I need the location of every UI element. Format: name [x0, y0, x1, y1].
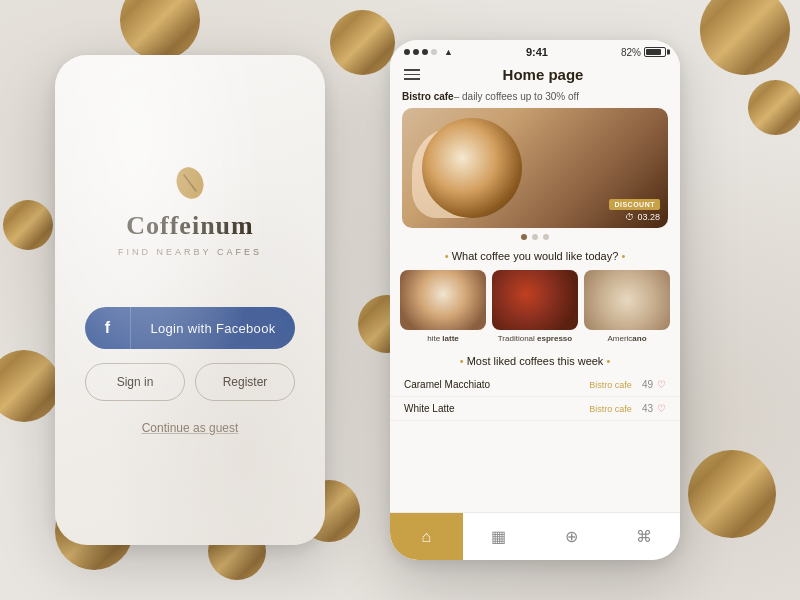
decorative-circle: [330, 10, 395, 75]
search-icon: ⊕: [565, 527, 578, 546]
hamburger-line: [404, 69, 420, 71]
liked-item-1[interactable]: Caramel Macchiato Bistro cafe 49 ♡: [390, 373, 680, 397]
bottom-navigation: ⌂ ▦ ⊕ ⌘: [390, 512, 680, 560]
battery-percent: 82%: [621, 47, 641, 58]
coffee-bean-logo: [172, 165, 208, 201]
clock-icon: ⏱: [625, 212, 634, 222]
promo-description: – daily coffees up to 30% off: [454, 91, 579, 102]
tag-icon: ⌘: [636, 527, 652, 546]
decorative-circle: [0, 350, 60, 422]
page-title: Home page: [420, 66, 666, 83]
home-icon: ⌂: [421, 528, 431, 546]
liked-name-2: White Latte: [404, 403, 589, 414]
carousel-dot[interactable]: [543, 234, 549, 240]
signal-indicators: ▲: [404, 47, 453, 57]
battery-bar: [644, 47, 666, 57]
signal-dot: [431, 49, 437, 55]
time-value: 03.28: [637, 212, 660, 222]
signal-dot: [404, 49, 410, 55]
heart-icon-2: ♡: [657, 403, 666, 414]
decorative-circle: [688, 450, 776, 538]
coffee-item-americano[interactable]: Americano: [584, 270, 670, 343]
nav-search-button[interactable]: ⊕: [535, 513, 608, 560]
carousel-dot-active[interactable]: [521, 234, 527, 240]
liked-name-1: Caramel Macchiato: [404, 379, 589, 390]
facebook-icon-area: f: [85, 307, 131, 349]
coffee-type-grid: hite latte Traditional espresso American…: [390, 270, 680, 349]
heart-icon-1: ♡: [657, 379, 666, 390]
facebook-icon: f: [105, 319, 110, 337]
app-title: Coffeinum: [126, 211, 253, 241]
discount-badge: DISCOUNT: [609, 199, 660, 210]
battery-area: 82%: [621, 47, 666, 58]
nav-gallery-button[interactable]: ▦: [463, 513, 536, 560]
login-content: Coffeinum FIND NEARBY CAFES f Login with…: [55, 145, 325, 455]
decorative-circle: [120, 0, 200, 60]
guest-link[interactable]: Continue as guest: [142, 421, 239, 435]
most-liked-section-title: Most liked coffees this week: [390, 349, 680, 373]
coffee-label-espresso: Traditional espresso: [498, 334, 572, 343]
coffee-item-espresso[interactable]: Traditional espresso: [492, 270, 578, 343]
carousel-dots: [390, 228, 680, 244]
register-button[interactable]: Register: [195, 363, 295, 401]
liked-count-1: 49: [642, 379, 653, 390]
nav-header: Home page: [390, 62, 680, 91]
login-screen: Coffeinum FIND NEARBY CAFES f Login with…: [55, 55, 325, 545]
carousel-dot[interactable]: [532, 234, 538, 240]
battery-fill: [646, 49, 661, 55]
signal-dot: [413, 49, 419, 55]
home-screen: ▲ 9:41 82% Home page Bistro cafe– daily …: [390, 40, 680, 560]
promo-cafe-name: Bistro cafe: [402, 91, 454, 102]
sign-in-button[interactable]: Sign in: [85, 363, 185, 401]
signal-dot: [422, 49, 428, 55]
wifi-icon: ▲: [444, 47, 453, 57]
status-bar: ▲ 9:41 82%: [390, 40, 680, 62]
status-time: 9:41: [526, 46, 548, 58]
nav-home-button[interactable]: ⌂: [390, 513, 463, 560]
promo-banner: Bistro cafe– daily coffees up to 30% off: [390, 91, 680, 108]
nav-tags-button[interactable]: ⌘: [608, 513, 681, 560]
liked-cafe-2: Bistro cafe: [589, 404, 632, 414]
auth-buttons-row: Sign in Register: [85, 363, 295, 401]
hero-image[interactable]: DISCOUNT ⏱ 03.28: [402, 108, 668, 228]
liked-item-2[interactable]: White Latte Bistro cafe 43 ♡: [390, 397, 680, 421]
hamburger-line: [404, 78, 420, 80]
gallery-icon: ▦: [491, 527, 506, 546]
time-badge: ⏱ 03.28: [625, 212, 660, 222]
facebook-login-button[interactable]: f Login with Facebook: [85, 307, 295, 349]
coffee-label-americano: Americano: [607, 334, 646, 343]
coffee-item-latte[interactable]: hite latte: [400, 270, 486, 343]
liked-cafe-1: Bistro cafe: [589, 380, 632, 390]
coffee-thumb-espresso: [492, 270, 578, 330]
hamburger-menu-button[interactable]: [404, 69, 420, 80]
facebook-login-label: Login with Facebook: [131, 321, 295, 336]
liked-count-2: 43: [642, 403, 653, 414]
decorative-circle: [700, 0, 790, 75]
coffee-type-section-title: What coffee you would like today?: [390, 244, 680, 270]
decorative-circle: [748, 80, 800, 135]
coffee-thumb-americano: [584, 270, 670, 330]
hamburger-line: [404, 74, 420, 76]
app-tagline: FIND NEARBY CAFES: [118, 247, 262, 257]
hero-coffee-graphic: [422, 118, 522, 218]
decorative-circle: [3, 200, 53, 250]
coffee-label-latte: hite latte: [427, 334, 459, 343]
coffee-thumb-latte: [400, 270, 486, 330]
